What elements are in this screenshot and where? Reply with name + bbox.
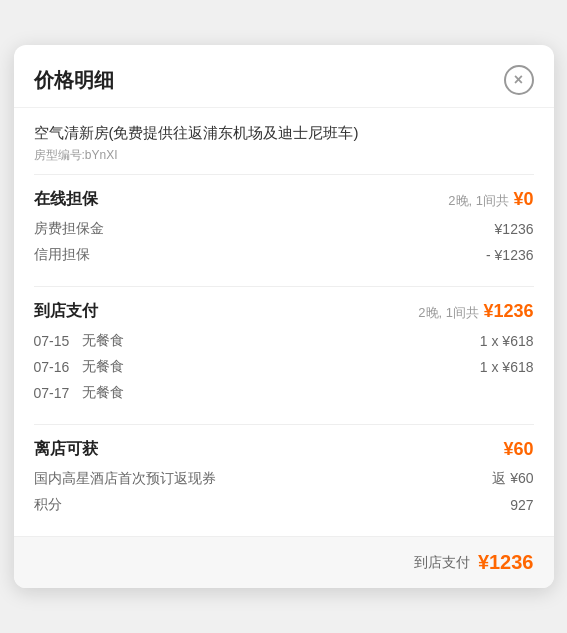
- cashback-voucher-label: 国内高星酒店首次预订返现券: [34, 470, 216, 488]
- online-guarantee-title: 在线担保: [34, 189, 98, 210]
- guarantee-credit-value: - ¥1236: [486, 247, 533, 263]
- checkout-rewards-title: 离店可获: [34, 439, 98, 460]
- modal-header: 价格明细 ×: [14, 45, 554, 108]
- guarantee-deposit-row: 房费担保金 ¥1236: [34, 220, 534, 238]
- cashback-voucher-row: 国内高星酒店首次预订返现券 返 ¥60: [34, 470, 534, 488]
- room-info-section: 空气清新房(免费提供往返浦东机场及迪士尼班车) 房型编号:bYnXI: [14, 108, 554, 174]
- room-name: 空气清新房(免费提供往返浦东机场及迪士尼班车): [34, 122, 534, 143]
- store-payment-summary: 2晚, 1间共: [418, 305, 479, 320]
- online-guarantee-header: 在线担保 2晚, 1间共 ¥0: [34, 189, 534, 210]
- close-button[interactable]: ×: [504, 65, 534, 95]
- points-value: 927: [510, 497, 533, 513]
- checkout-rewards-amount: ¥60: [503, 439, 533, 460]
- price-1: 1 x ¥618: [480, 359, 534, 375]
- meal-2: 无餐食: [82, 384, 534, 402]
- store-payment-title: 到店支付: [34, 301, 98, 322]
- date-row-0: 07-15 无餐食 1 x ¥618: [34, 332, 534, 350]
- guarantee-deposit-value: ¥1236: [495, 221, 534, 237]
- meal-1: 无餐食: [82, 358, 480, 376]
- footer-bar: 到店支付 ¥1236: [14, 536, 554, 588]
- online-guarantee-summary: 2晚, 1间共: [448, 193, 509, 208]
- store-payment-amount: ¥1236: [483, 301, 533, 321]
- cashback-voucher-value: 返 ¥60: [492, 470, 533, 488]
- modal-title: 价格明细: [34, 67, 114, 94]
- checkout-rewards-section: 离店可获 ¥60 国内高星酒店首次预订返现券 返 ¥60 积分 927: [14, 425, 554, 536]
- room-code: 房型编号:bYnXI: [34, 147, 534, 164]
- date-0: 07-15: [34, 333, 74, 349]
- price-detail-modal: 价格明细 × 空气清新房(免费提供往返浦东机场及迪士尼班车) 房型编号:bYnX…: [14, 45, 554, 588]
- online-guarantee-section: 在线担保 2晚, 1间共 ¥0 房费担保金 ¥1236 信用担保 - ¥1236: [14, 175, 554, 286]
- points-label: 积分: [34, 496, 62, 514]
- points-row: 积分 927: [34, 496, 534, 514]
- guarantee-credit-label: 信用担保: [34, 246, 90, 264]
- footer-label: 到店支付: [414, 554, 470, 572]
- meal-0: 无餐食: [82, 332, 480, 350]
- footer-amount: ¥1236: [478, 551, 534, 574]
- store-payment-summary-wrapper: 2晚, 1间共 ¥1236: [418, 301, 533, 322]
- date-row-2: 07-17 无餐食: [34, 384, 534, 402]
- store-payment-section: 到店支付 2晚, 1间共 ¥1236 07-15 无餐食 1 x ¥618 07…: [14, 287, 554, 424]
- store-payment-header: 到店支付 2晚, 1间共 ¥1236: [34, 301, 534, 322]
- guarantee-deposit-label: 房费担保金: [34, 220, 104, 238]
- guarantee-credit-row: 信用担保 - ¥1236: [34, 246, 534, 264]
- checkout-rewards-header: 离店可获 ¥60: [34, 439, 534, 460]
- date-2: 07-17: [34, 385, 74, 401]
- date-row-1: 07-16 无餐食 1 x ¥618: [34, 358, 534, 376]
- price-0: 1 x ¥618: [480, 333, 534, 349]
- online-guarantee-summary-wrapper: 2晚, 1间共 ¥0: [448, 189, 533, 210]
- close-icon: ×: [514, 71, 523, 89]
- date-1: 07-16: [34, 359, 74, 375]
- online-guarantee-amount: ¥0: [513, 189, 533, 209]
